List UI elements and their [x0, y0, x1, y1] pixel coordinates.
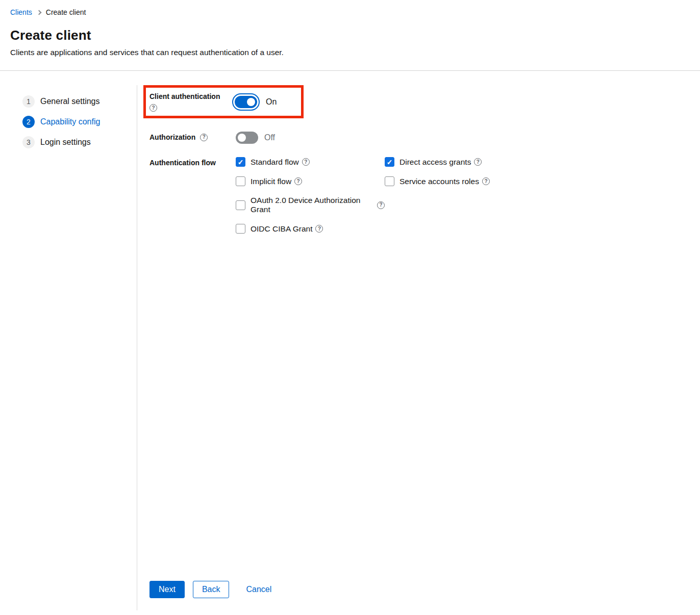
checkbox-label: Direct access grants	[399, 158, 471, 167]
wizard-step-capability-config[interactable]: 2 Capability config	[22, 116, 137, 128]
wizard-step-login-settings[interactable]: 3 Login settings	[22, 136, 137, 148]
page-header: Clients Create client Create client Clie…	[0, 0, 700, 71]
authorization-toggle[interactable]	[236, 132, 258, 144]
help-icon[interactable]	[149, 104, 157, 112]
back-button[interactable]: Back	[193, 581, 230, 598]
authorization-label-group: Authorization	[149, 132, 236, 141]
step-number-badge: 2	[22, 116, 35, 128]
wizard-step-label: Login settings	[40, 138, 91, 147]
help-icon[interactable]	[302, 158, 310, 166]
checkbox-label: Standard flow	[251, 158, 299, 167]
checkbox[interactable]	[236, 176, 245, 186]
checkbox[interactable]	[236, 224, 245, 234]
client-authentication-label: Client authentication	[149, 92, 232, 100]
toggle-focus-ring	[232, 93, 260, 111]
breadcrumb-current: Create client	[46, 8, 86, 16]
breadcrumb-clients-link[interactable]: Clients	[10, 8, 32, 16]
help-icon[interactable]	[482, 177, 490, 185]
option-oauth-device-grant[interactable]: OAuth 2.0 Device Authorization Grant	[236, 196, 385, 214]
authorization-label: Authorization	[149, 133, 195, 141]
create-client-page: Clients Create client Create client Clie…	[0, 0, 700, 615]
checkbox[interactable]	[385, 176, 394, 186]
chevron-right-icon	[36, 10, 41, 15]
checkbox[interactable]	[236, 200, 245, 210]
option-service-accounts-roles[interactable]: Service accounts roles	[385, 176, 490, 186]
help-icon[interactable]	[294, 177, 302, 185]
authorization-control: Off	[236, 132, 275, 144]
capability-config-form: Client authentication On Authorization	[137, 85, 700, 610]
help-icon[interactable]	[200, 134, 208, 141]
checkbox-label: OIDC CIBA Grant	[251, 224, 312, 234]
help-icon[interactable]	[474, 158, 482, 166]
toggle-knob	[238, 134, 246, 142]
wizard-actions: Next Back Cancel	[149, 581, 271, 598]
annotation-highlight-box: Client authentication On	[143, 85, 304, 118]
checkbox[interactable]	[236, 157, 245, 167]
authentication-flow-label-group: Authentication flow	[149, 157, 236, 167]
option-standard-flow[interactable]: Standard flow	[236, 157, 385, 167]
main-area: 1 General settings 2 Capability config 3…	[0, 85, 700, 610]
wizard-step-label: General settings	[40, 97, 100, 106]
authorization-state: Off	[264, 133, 275, 142]
checkbox-label: OAuth 2.0 Device Authorization Grant	[251, 196, 374, 214]
wizard-step-general-settings[interactable]: 1 General settings	[22, 95, 137, 108]
wizard-step-label: Capability config	[40, 117, 100, 126]
checkbox[interactable]	[385, 157, 394, 167]
authorization-row: Authorization Off	[149, 132, 700, 144]
checkbox-label: Implicit flow	[251, 177, 291, 186]
checkbox-label: Service accounts roles	[399, 177, 479, 186]
client-authentication-control: On	[232, 92, 277, 112]
option-implicit-flow[interactable]: Implicit flow	[236, 176, 385, 186]
wizard-nav: 1 General settings 2 Capability config 3…	[0, 85, 137, 610]
next-button[interactable]: Next	[149, 581, 185, 598]
step-number-badge: 1	[22, 95, 35, 108]
cancel-button[interactable]: Cancel	[246, 581, 271, 598]
client-authentication-state: On	[266, 97, 277, 107]
authentication-flow-row: Authentication flow Standard flow Direct…	[149, 157, 700, 234]
step-number-badge: 3	[22, 136, 35, 148]
option-direct-access-grants[interactable]: Direct access grants	[385, 157, 490, 167]
help-icon[interactable]	[377, 201, 385, 209]
authentication-flow-options: Standard flow Direct access grants Impli…	[236, 157, 490, 234]
client-authentication-toggle[interactable]	[235, 96, 257, 108]
page-subtitle: Clients are applications and services th…	[10, 48, 690, 57]
option-oidc-ciba-grant[interactable]: OIDC CIBA Grant	[236, 224, 385, 234]
client-authentication-label-group: Client authentication	[149, 92, 232, 112]
toggle-knob	[247, 98, 255, 106]
page-title: Create client	[10, 28, 690, 43]
authentication-flow-label: Authentication flow	[149, 159, 216, 167]
breadcrumb: Clients Create client	[10, 8, 690, 16]
help-icon[interactable]	[315, 225, 323, 233]
